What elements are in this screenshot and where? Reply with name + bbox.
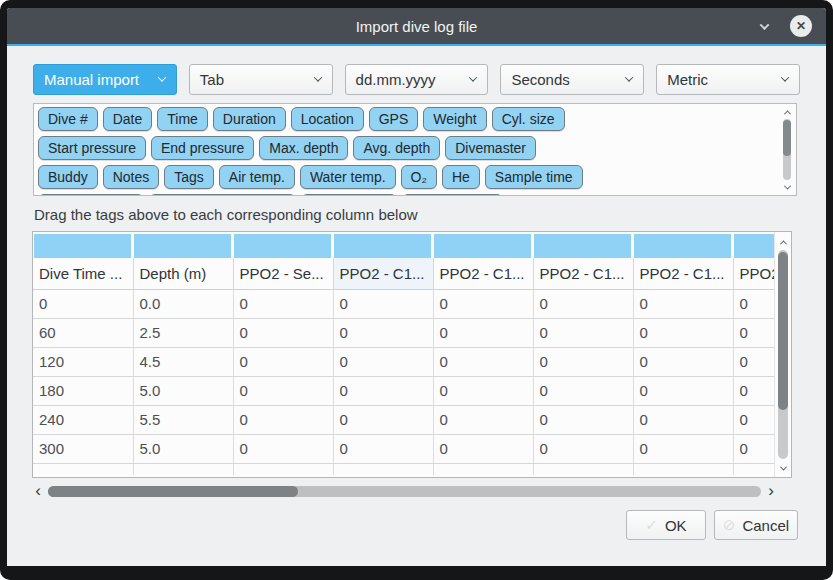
drop-target-cell[interactable]: [333, 232, 433, 258]
drop-target[interactable]: [34, 234, 131, 258]
tag-chip[interactable]: Tags: [164, 165, 214, 189]
horizontal-scrollbar[interactable]: ‹ ›: [32, 482, 777, 500]
scroll-right-icon[interactable]: ›: [765, 485, 777, 497]
drop-target[interactable]: [234, 234, 331, 258]
ok-button[interactable]: ✓ OK: [626, 510, 706, 540]
drop-target[interactable]: [734, 234, 774, 258]
tag-chip[interactable]: Air temp.: [219, 165, 295, 189]
units-combo[interactable]: Metric: [656, 64, 800, 95]
drop-target-cell[interactable]: [633, 232, 733, 258]
tag-chip[interactable]: Sample temperature: [149, 194, 296, 196]
tag-chip[interactable]: Sample depth: [38, 194, 144, 196]
table-cell: 0: [633, 376, 733, 405]
field-separator-combo[interactable]: Tab: [189, 64, 333, 95]
scrollbar-track[interactable]: [48, 486, 761, 497]
date-format-combo[interactable]: dd.mm.yyyy: [345, 64, 489, 95]
close-button[interactable]: ✕: [790, 15, 812, 37]
chevron-down-icon: [759, 20, 769, 30]
tag-chip[interactable]: Dive #: [38, 107, 98, 131]
tag-chip[interactable]: O₂: [401, 165, 437, 189]
column-header[interactable]: PPO2 - C1...: [333, 258, 433, 289]
accent-line: [7, 44, 826, 46]
combo-value: dd.mm.yyyy: [356, 71, 436, 88]
tag-chip[interactable]: Duration: [213, 107, 286, 131]
scrollbar-thumb[interactable]: [783, 120, 791, 156]
column-header[interactable]: PPO2 - C1...: [433, 258, 533, 289]
tags-scrollbar[interactable]: [778, 104, 796, 195]
tag-chip[interactable]: End pressure: [151, 136, 254, 160]
table-cell: 60: [33, 318, 133, 347]
drop-target[interactable]: [534, 234, 631, 258]
import-type-combo[interactable]: Manual import: [33, 64, 177, 95]
drop-row: [33, 232, 776, 258]
table-cell: 0: [33, 289, 133, 318]
drop-target-cell[interactable]: [733, 232, 776, 258]
tag-chip[interactable]: Sample pO₂: [301, 194, 396, 196]
drop-target-cell[interactable]: [233, 232, 333, 258]
table-cell: 0: [333, 347, 433, 376]
table-cell: 5.5: [133, 405, 233, 434]
drop-target-cell[interactable]: [533, 232, 633, 258]
tag-chip[interactable]: GPS: [369, 107, 419, 131]
column-header[interactable]: Dive Time ...: [33, 258, 133, 289]
tag-chip[interactable]: Cyl. size: [492, 107, 565, 131]
table-cell: [533, 463, 633, 475]
drop-target[interactable]: [634, 234, 731, 258]
cancel-button[interactable]: ⊘ Cancel: [714, 510, 798, 540]
scroll-up-icon[interactable]: [783, 108, 791, 116]
column-header[interactable]: PPO2 - Se...: [233, 258, 333, 289]
column-header[interactable]: PPO2: [733, 258, 776, 289]
table-cell: 0: [233, 289, 333, 318]
scroll-up-icon[interactable]: [779, 238, 787, 246]
tag-chip[interactable]: Weight: [423, 107, 486, 131]
column-header[interactable]: PPO2 - C1...: [533, 258, 633, 289]
tag-chip[interactable]: Time: [157, 107, 208, 131]
scroll-down-icon[interactable]: [779, 464, 787, 472]
table-cell: 0: [733, 405, 776, 434]
scrollbar-thumb[interactable]: [778, 252, 788, 410]
drop-target-cell[interactable]: [433, 232, 533, 258]
table-scrollbar[interactable]: [774, 232, 791, 477]
column-header[interactable]: PPO2 - C1...: [633, 258, 733, 289]
tag-chip[interactable]: Avg. depth: [353, 136, 440, 160]
drop-target-cell[interactable]: [33, 232, 133, 258]
tag-chip-row: Dive #DateTimeDurationLocationGPSWeightC…: [38, 107, 774, 131]
scroll-down-icon[interactable]: [783, 183, 791, 191]
tag-chip[interactable]: Sample CNS: [402, 194, 503, 196]
scrollbar-thumb[interactable]: [48, 486, 298, 497]
window-title: Import dive log file: [356, 18, 478, 35]
column-header[interactable]: Depth (m): [133, 258, 233, 289]
table-cell: 0: [333, 318, 433, 347]
table-cell: 4.5: [133, 347, 233, 376]
table-cell: [733, 463, 776, 475]
table-cell: 0: [333, 405, 433, 434]
tag-chip[interactable]: Sample time: [485, 165, 583, 189]
table-cell: 0: [433, 289, 533, 318]
drop-target[interactable]: [434, 234, 531, 258]
table-cell: 0: [633, 434, 733, 463]
tag-chip[interactable]: He: [442, 165, 480, 189]
drop-target[interactable]: [334, 234, 431, 258]
tag-chip[interactable]: Water temp.: [300, 165, 396, 189]
table-cell: 180: [33, 376, 133, 405]
tag-chip[interactable]: Location: [291, 107, 364, 131]
drop-target[interactable]: [134, 234, 231, 258]
tag-chip[interactable]: Date: [103, 107, 153, 131]
scroll-left-icon[interactable]: ‹: [32, 485, 44, 497]
shade-button[interactable]: [754, 16, 774, 36]
duration-format-combo[interactable]: Seconds: [500, 64, 644, 95]
tag-chip[interactable]: Max. depth: [259, 136, 348, 160]
table-body: 00.0000000602.50000001204.50000001805.00…: [33, 289, 776, 475]
table-cell: [433, 463, 533, 475]
tag-chip[interactable]: Start pressure: [38, 136, 146, 160]
import-dialog: Import dive log file ✕ Manual import Tab…: [7, 8, 826, 566]
titlebar[interactable]: Import dive log file ✕: [7, 8, 826, 44]
tag-chip[interactable]: Divemaster: [445, 136, 536, 160]
tag-chip[interactable]: Notes: [103, 165, 160, 189]
combo-row: Manual import Tab dd.mm.yyyy Seconds Met…: [33, 64, 800, 95]
drop-target-cell[interactable]: [133, 232, 233, 258]
table-cell: 0: [633, 318, 733, 347]
table-cell: 0: [433, 376, 533, 405]
table-row: 3005.0000000: [33, 434, 776, 463]
tag-chip[interactable]: Buddy: [38, 165, 98, 189]
